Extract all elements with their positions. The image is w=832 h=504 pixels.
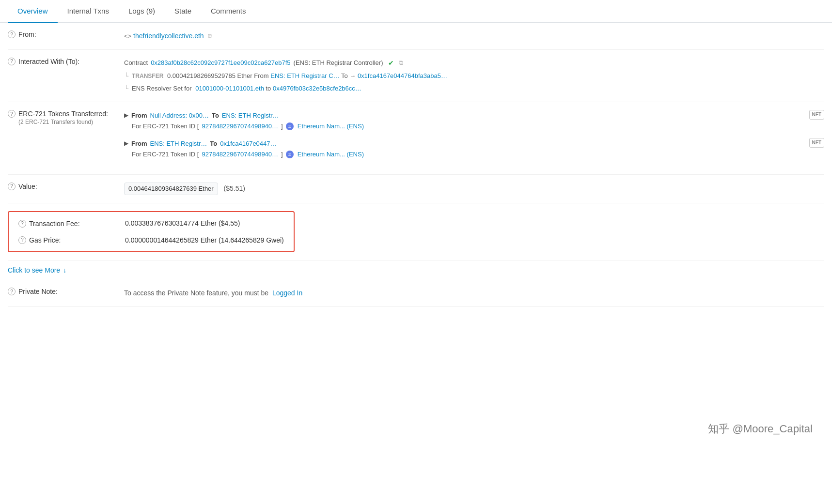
- contract-prefix: Contract: [124, 58, 148, 68]
- contract-copy-icon[interactable]: ⧉: [399, 58, 403, 68]
- tx-fee-help-icon[interactable]: ?: [18, 220, 26, 228]
- from-value: <> thefriendlycollective.eth ⧉: [124, 31, 824, 42]
- private-note-value: To access the Private Note feature, you …: [124, 288, 824, 298]
- value-usd: ($5.51): [224, 184, 245, 192]
- transfer2-from-link[interactable]: ENS: ETH Registr…: [150, 138, 207, 149]
- gas-price-help-icon[interactable]: ?: [18, 236, 26, 244]
- verified-icon: ✔: [388, 58, 394, 68]
- transfer1-from-to: ▶ From Null Address: 0x00… To ENS: ETH R…: [124, 110, 809, 121]
- tab-comments[interactable]: Comments: [201, 0, 256, 23]
- eth-icon-1: Ξ: [286, 122, 294, 130]
- see-more-button[interactable]: Click to see More ↓: [8, 260, 824, 280]
- transfer2-token-id-link[interactable]: 92784822967074498940…: [202, 150, 278, 160]
- transfer1-token: For ERC-721 Token ID [ 92784822967074498…: [124, 122, 809, 132]
- transfer1-token-name-link[interactable]: Ethereum Nam... (ENS): [298, 122, 364, 132]
- from-help-icon[interactable]: ?: [8, 31, 16, 38]
- main-content: ? From: <> thefriendlycollective.eth ⧉ ?…: [0, 23, 832, 307]
- erc721-sublabel: (2 ERC-721 Transfers found): [8, 119, 93, 125]
- transfer1-to-link[interactable]: ENS: ETH Registr…: [222, 110, 279, 121]
- tab-overview[interactable]: Overview: [8, 0, 58, 23]
- from-address-link[interactable]: thefriendlycollective.eth: [133, 32, 204, 40]
- eth-icon-2: Ξ: [286, 151, 294, 158]
- erc721-transfer-1: ▶ From Null Address: 0x00… To ENS: ETH R…: [124, 110, 824, 131]
- value-label: ? Value:: [8, 183, 114, 190]
- erc721-label: ? ERC-721 Tokens Transferred: (2 ERC-721…: [8, 110, 114, 125]
- transaction-fee-row: ? Transaction Fee: 0.003383767630314774 …: [18, 218, 284, 229]
- value-help-icon[interactable]: ?: [8, 183, 16, 190]
- erc721-value: ▶ From Null Address: 0x00… To ENS: ETH R…: [124, 110, 824, 166]
- private-note-label: ? Private Note:: [8, 288, 114, 295]
- fee-gas-row: ? Transaction Fee: 0.003383767630314774 …: [8, 203, 824, 260]
- transfer2-token-name-link[interactable]: Ethereum Nam... (ENS): [298, 150, 364, 160]
- transfer1-token-id-link[interactable]: 92784822967074498940…: [202, 122, 278, 132]
- private-note-help-icon[interactable]: ?: [8, 288, 16, 295]
- value-value: 0.004641809364827639 Ether ($5.51): [124, 183, 824, 196]
- code-icon: <>: [124, 32, 131, 40]
- from-label: ? From:: [8, 31, 114, 38]
- transfer2-from-to: ▶ From ENS: ETH Registr… To 0x1fca4167e0…: [124, 138, 809, 149]
- ens-resolver-line: ENS Resolver Set for 01001000-01101001.e…: [124, 83, 824, 94]
- contract-address-link[interactable]: 0x283af0b28c62c092c9727f1ee09c02ca627eb7…: [151, 58, 290, 68]
- transaction-fee-value: 0.003383767630314774 Ether ($4.55): [125, 218, 284, 229]
- transfer2-arrow: ▶: [124, 138, 128, 149]
- contract-name: (ENS: ETH Registrar Controller): [294, 58, 383, 68]
- gas-price-row: ? Gas Price: 0.000000014644265829 Ether …: [18, 235, 284, 245]
- interacted-with-row: ? Interacted With (To): Contract 0x283af…: [8, 50, 824, 102]
- erc721-help-icon[interactable]: ?: [8, 110, 16, 118]
- nft-badge-1: NFT: [809, 110, 824, 120]
- from-row: ? From: <> thefriendlycollective.eth ⧉: [8, 23, 824, 50]
- arrow-down-icon: ↓: [63, 266, 66, 274]
- gas-price-label: ? Gas Price:: [18, 236, 115, 244]
- nft-badge-2: NFT: [809, 138, 824, 148]
- transfer1-from-link[interactable]: Null Address: 0x00…: [150, 110, 209, 121]
- value-row: ? Value: 0.004641809364827639 Ether ($5.…: [8, 175, 824, 204]
- private-note-row: ? Private Note: To access the Private No…: [8, 280, 824, 306]
- tabs-bar: Overview Internal Txns Logs (9) State Co…: [0, 0, 832, 23]
- transfer1-arrow: ▶: [124, 110, 128, 121]
- tab-internal-txns[interactable]: Internal Txns: [58, 0, 119, 23]
- transfer2-to-link[interactable]: 0x1fca4167e0447…: [220, 138, 276, 149]
- ens-domain-link[interactable]: 01001000-01101001.eth: [195, 85, 264, 92]
- from-copy-icon[interactable]: ⧉: [208, 31, 212, 42]
- transaction-fee-label: ? Transaction Fee:: [18, 220, 115, 228]
- tab-logs[interactable]: Logs (9): [119, 0, 165, 23]
- interacted-help-icon[interactable]: ?: [8, 58, 16, 65]
- red-bordered-box: ? Transaction Fee: 0.003383767630314774 …: [8, 211, 295, 252]
- erc721-transfer-2: ▶ From ENS: ETH Registr… To 0x1fca4167e0…: [124, 138, 824, 159]
- interacted-label: ? Interacted With (To):: [8, 58, 114, 65]
- gas-price-value: 0.000000014644265829 Ether (14.644265829…: [125, 235, 284, 245]
- transfer-from-link[interactable]: ENS: ETH Registrar C…: [270, 72, 339, 79]
- logged-in-link[interactable]: Logged In: [272, 289, 302, 297]
- interacted-value: Contract 0x283af0b28c62c092c9727f1ee09c0…: [124, 58, 824, 94]
- transfer-line: TRANSFER 0.000421982669529785 Ether From…: [124, 70, 824, 82]
- erc721-row: ? ERC-721 Tokens Transferred: (2 ERC-721…: [8, 102, 824, 174]
- transfer2-token: For ERC-721 Token ID [ 92784822967074498…: [124, 150, 809, 160]
- tab-state[interactable]: State: [165, 0, 201, 23]
- transfer-to-link[interactable]: 0x1fca4167e044764bfa3aba5…: [358, 72, 447, 79]
- ens-resolver-to-link[interactable]: 0x4976fb03c32e5b8cfe2b6cc…: [273, 85, 361, 92]
- value-ether: 0.004641809364827639 Ether: [124, 183, 218, 196]
